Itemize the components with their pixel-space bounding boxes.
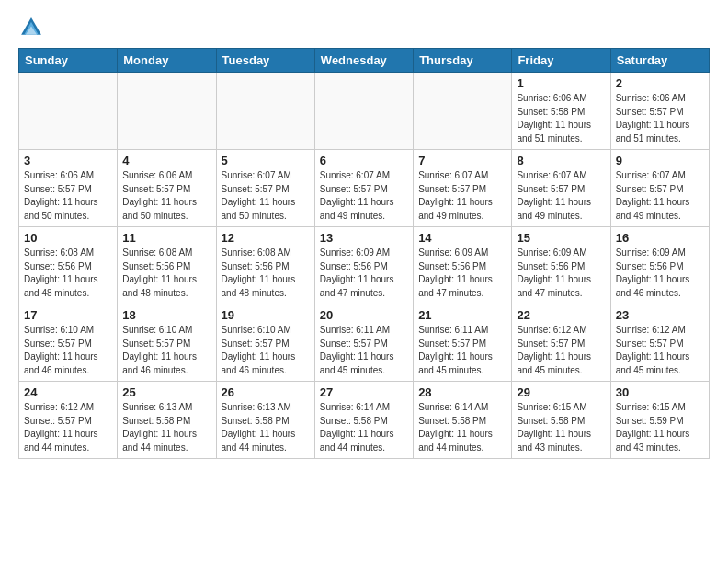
day-number: 4 [122, 154, 210, 167]
day-info: Sunrise: 6:12 AM Sunset: 5:57 PM Dayligh… [517, 324, 605, 377]
day-number: 22 [517, 308, 605, 322]
calendar-cell: 12Sunrise: 6:08 AM Sunset: 5:56 PM Dayli… [216, 227, 314, 304]
calendar-cell: 5Sunrise: 6:07 AM Sunset: 5:57 PM Daylig… [216, 150, 314, 227]
day-number: 9 [616, 154, 704, 167]
day-info: Sunrise: 6:06 AM Sunset: 5:58 PM Dayligh… [517, 92, 605, 145]
day-info: Sunrise: 6:07 AM Sunset: 5:57 PM Dayligh… [222, 169, 310, 223]
day-number: 12 [222, 231, 310, 245]
day-number: 7 [418, 154, 506, 167]
day-info: Sunrise: 6:15 AM Sunset: 5:58 PM Dayligh… [517, 401, 605, 454]
day-number: 25 [122, 385, 210, 399]
calendar-cell: 26Sunrise: 6:13 AM Sunset: 5:58 PM Dayli… [216, 382, 314, 459]
day-number: 8 [517, 154, 605, 167]
day-info: Sunrise: 6:13 AM Sunset: 5:58 PM Dayligh… [122, 401, 210, 454]
day-info: Sunrise: 6:08 AM Sunset: 5:56 PM Dayligh… [222, 247, 310, 300]
calendar: SundayMondayTuesdayWednesdayThursdayFrid… [18, 48, 710, 459]
calendar-cell: 15Sunrise: 6:09 AM Sunset: 5:56 PM Dayli… [512, 227, 610, 304]
calendar-cell [216, 73, 314, 150]
calendar-cell: 29Sunrise: 6:15 AM Sunset: 5:58 PM Dayli… [512, 382, 610, 459]
page: SundayMondayTuesdayWednesdayThursdayFrid… [0, 0, 728, 474]
calendar-cell: 8Sunrise: 6:07 AM Sunset: 5:57 PM Daylig… [512, 150, 610, 227]
calendar-cell: 10Sunrise: 6:08 AM Sunset: 5:56 PM Dayli… [19, 227, 118, 304]
day-number: 13 [320, 231, 408, 245]
day-number: 5 [222, 154, 310, 167]
day-number: 1 [517, 76, 605, 90]
day-info: Sunrise: 6:06 AM Sunset: 5:57 PM Dayligh… [24, 169, 112, 223]
day-info: Sunrise: 6:15 AM Sunset: 5:59 PM Dayligh… [616, 401, 704, 454]
calendar-cell: 19Sunrise: 6:10 AM Sunset: 5:57 PM Dayli… [216, 304, 314, 382]
calendar-cell: 1Sunrise: 6:06 AM Sunset: 5:58 PM Daylig… [512, 73, 610, 150]
calendar-cell: 20Sunrise: 6:11 AM Sunset: 5:57 PM Dayli… [314, 304, 413, 382]
day-number: 16 [616, 231, 704, 245]
calendar-cell: 21Sunrise: 6:11 AM Sunset: 5:57 PM Dayli… [414, 304, 512, 382]
day-number: 27 [320, 385, 408, 399]
weekday-header-row: SundayMondayTuesdayWednesdayThursdayFrid… [19, 49, 710, 73]
calendar-cell: 13Sunrise: 6:09 AM Sunset: 5:56 PM Dayli… [314, 227, 413, 304]
calendar-cell [414, 73, 512, 150]
day-info: Sunrise: 6:09 AM Sunset: 5:56 PM Dayligh… [418, 247, 506, 300]
day-info: Sunrise: 6:09 AM Sunset: 5:56 PM Dayligh… [616, 247, 704, 300]
calendar-cell [314, 73, 413, 150]
day-info: Sunrise: 6:10 AM Sunset: 5:57 PM Dayligh… [24, 324, 112, 377]
calendar-cell: 25Sunrise: 6:13 AM Sunset: 5:58 PM Dayli… [118, 382, 216, 459]
calendar-cell: 28Sunrise: 6:14 AM Sunset: 5:58 PM Dayli… [414, 382, 512, 459]
calendar-cell: 6Sunrise: 6:07 AM Sunset: 5:57 PM Daylig… [314, 150, 413, 227]
day-info: Sunrise: 6:10 AM Sunset: 5:57 PM Dayligh… [222, 324, 310, 377]
header [18, 15, 710, 40]
calendar-cell [19, 73, 118, 150]
day-info: Sunrise: 6:09 AM Sunset: 5:56 PM Dayligh… [517, 247, 605, 300]
weekday-header-friday: Friday [512, 49, 610, 73]
day-number: 20 [320, 308, 408, 322]
day-info: Sunrise: 6:07 AM Sunset: 5:57 PM Dayligh… [320, 169, 408, 223]
day-info: Sunrise: 6:14 AM Sunset: 5:58 PM Dayligh… [418, 401, 506, 454]
calendar-cell: 11Sunrise: 6:08 AM Sunset: 5:56 PM Dayli… [118, 227, 216, 304]
day-number: 2 [616, 76, 704, 90]
calendar-cell [118, 73, 216, 150]
day-info: Sunrise: 6:06 AM Sunset: 5:57 PM Dayligh… [616, 92, 704, 145]
day-info: Sunrise: 6:09 AM Sunset: 5:56 PM Dayligh… [320, 247, 408, 300]
day-number: 3 [24, 154, 112, 167]
day-number: 23 [616, 308, 704, 322]
weekday-header-thursday: Thursday [414, 49, 512, 73]
day-info: Sunrise: 6:08 AM Sunset: 5:56 PM Dayligh… [24, 247, 112, 300]
day-info: Sunrise: 6:14 AM Sunset: 5:58 PM Dayligh… [320, 401, 408, 454]
day-number: 15 [517, 231, 605, 245]
day-number: 24 [24, 385, 112, 399]
logo-icon [18, 15, 44, 40]
day-number: 17 [24, 308, 112, 322]
day-info: Sunrise: 6:12 AM Sunset: 5:57 PM Dayligh… [616, 324, 704, 377]
day-info: Sunrise: 6:07 AM Sunset: 5:57 PM Dayligh… [418, 169, 506, 223]
calendar-cell: 4Sunrise: 6:06 AM Sunset: 5:57 PM Daylig… [118, 150, 216, 227]
calendar-cell: 3Sunrise: 6:06 AM Sunset: 5:57 PM Daylig… [19, 150, 118, 227]
day-info: Sunrise: 6:07 AM Sunset: 5:57 PM Dayligh… [517, 169, 605, 223]
calendar-cell: 23Sunrise: 6:12 AM Sunset: 5:57 PM Dayli… [610, 304, 709, 382]
calendar-cell: 17Sunrise: 6:10 AM Sunset: 5:57 PM Dayli… [19, 304, 118, 382]
day-number: 26 [222, 385, 310, 399]
week-row-2: 3Sunrise: 6:06 AM Sunset: 5:57 PM Daylig… [19, 150, 710, 227]
calendar-cell: 7Sunrise: 6:07 AM Sunset: 5:57 PM Daylig… [414, 150, 512, 227]
week-row-3: 10Sunrise: 6:08 AM Sunset: 5:56 PM Dayli… [19, 227, 710, 304]
calendar-cell: 18Sunrise: 6:10 AM Sunset: 5:57 PM Dayli… [118, 304, 216, 382]
day-info: Sunrise: 6:10 AM Sunset: 5:57 PM Dayligh… [122, 324, 210, 377]
day-number: 10 [24, 231, 112, 245]
calendar-cell: 30Sunrise: 6:15 AM Sunset: 5:59 PM Dayli… [610, 382, 709, 459]
day-number: 6 [320, 154, 408, 167]
day-info: Sunrise: 6:08 AM Sunset: 5:56 PM Dayligh… [122, 247, 210, 300]
weekday-header-monday: Monday [118, 49, 216, 73]
day-number: 11 [122, 231, 210, 245]
calendar-cell: 14Sunrise: 6:09 AM Sunset: 5:56 PM Dayli… [414, 227, 512, 304]
weekday-header-saturday: Saturday [610, 49, 709, 73]
weekday-header-sunday: Sunday [19, 49, 118, 73]
day-info: Sunrise: 6:13 AM Sunset: 5:58 PM Dayligh… [222, 401, 310, 454]
day-info: Sunrise: 6:12 AM Sunset: 5:57 PM Dayligh… [24, 401, 112, 454]
day-info: Sunrise: 6:06 AM Sunset: 5:57 PM Dayligh… [122, 169, 210, 223]
day-number: 30 [616, 385, 704, 399]
calendar-cell: 22Sunrise: 6:12 AM Sunset: 5:57 PM Dayli… [512, 304, 610, 382]
day-number: 19 [222, 308, 310, 322]
week-row-5: 24Sunrise: 6:12 AM Sunset: 5:57 PM Dayli… [19, 382, 710, 459]
calendar-cell: 2Sunrise: 6:06 AM Sunset: 5:57 PM Daylig… [610, 73, 709, 150]
weekday-header-tuesday: Tuesday [216, 49, 314, 73]
week-row-1: 1Sunrise: 6:06 AM Sunset: 5:58 PM Daylig… [19, 73, 710, 150]
day-info: Sunrise: 6:11 AM Sunset: 5:57 PM Dayligh… [320, 324, 408, 377]
day-number: 28 [418, 385, 506, 399]
